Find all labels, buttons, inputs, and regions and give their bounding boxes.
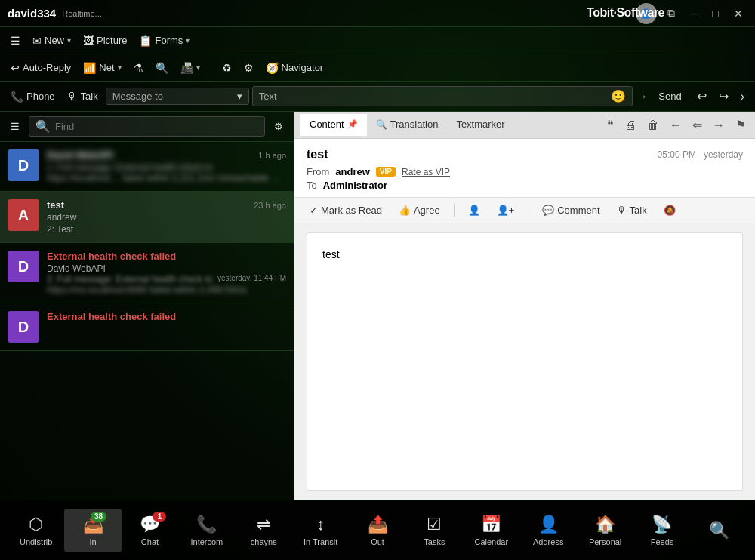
compose-text-area[interactable]: Text 🙂 bbox=[252, 86, 633, 106]
taskbar-item-intransit[interactable]: ↕ In Transit bbox=[292, 509, 349, 552]
comment-button[interactable]: 💬 Comment bbox=[536, 202, 606, 218]
search-taskbar-icon: 🔍 bbox=[709, 521, 729, 540]
message-header: External health check failed bbox=[47, 311, 286, 322]
message-content: David WebAPI 1 h ago 1: Full message: Ex… bbox=[47, 149, 286, 183]
taskbar-item-in[interactable]: 38 📥 In bbox=[64, 509, 121, 552]
reply-button[interactable]: ← bbox=[667, 117, 685, 134]
in-label: In bbox=[89, 537, 96, 546]
list-menu-button[interactable]: ☰ bbox=[6, 118, 24, 134]
delete-button[interactable]: 🗑 bbox=[644, 117, 662, 134]
avatar: D bbox=[8, 251, 39, 282]
taskbar-item-intercom[interactable]: 📞 Intercom bbox=[178, 509, 235, 552]
filter-button[interactable]: ⚗ bbox=[129, 60, 148, 76]
reply-all-button[interactable]: ⇐ bbox=[689, 116, 705, 134]
from-row: From andrew VIP Rate as VIP bbox=[307, 166, 743, 177]
avatar: D bbox=[8, 311, 39, 343]
tasks-icon: ☑ bbox=[427, 515, 442, 534]
arrow-right-icon: → bbox=[636, 90, 648, 103]
undo-icon: ↩ bbox=[697, 89, 707, 103]
taskbar-item-calendar[interactable]: 📅 Calendar bbox=[463, 509, 519, 552]
phone-button[interactable]: 📞 Phone bbox=[6, 88, 60, 105]
contact-button[interactable]: 👤 bbox=[462, 202, 486, 218]
list-item[interactable]: D External health check failed David Web… bbox=[0, 243, 294, 303]
tab-textmarker[interactable]: Textmarker bbox=[447, 114, 513, 136]
person-icon: 👤 bbox=[468, 205, 480, 216]
content-tabs: Content 📌 🔍 Translation Textmarker ❝ 🖨 🗑… bbox=[294, 112, 755, 139]
taskbar-item-personal[interactable]: 🏠 Personal bbox=[577, 509, 633, 552]
net-dropdown-arrow: ▾ bbox=[118, 63, 122, 72]
talk-button[interactable]: 🎙 Talk bbox=[63, 88, 103, 105]
restore-button[interactable]: ⧉ bbox=[663, 5, 680, 21]
navigator-button[interactable]: 🧭 Navigator bbox=[261, 60, 328, 76]
list-item[interactable]: D External health check failed bbox=[0, 303, 294, 351]
maximize-button[interactable]: □ bbox=[708, 6, 723, 21]
quote-button[interactable]: ❝ bbox=[604, 116, 617, 134]
scanner-button[interactable]: 📠 ▾ bbox=[176, 60, 205, 76]
subject-row: test 05:00 PM yesterday bbox=[307, 148, 743, 162]
taskbar-item-search[interactable]: 🔍 bbox=[691, 515, 747, 546]
agree-button[interactable]: 👍 Agree bbox=[393, 202, 446, 218]
net-label: Net bbox=[99, 62, 114, 73]
action-separator bbox=[454, 204, 455, 217]
taskbar-item-chayns[interactable]: ⇌ chayns bbox=[236, 509, 292, 552]
minimize-button[interactable]: ─ bbox=[686, 6, 702, 21]
forward-button[interactable]: → bbox=[710, 117, 728, 134]
taskbar-item-undistrib[interactable]: ⬡ Undistrib bbox=[8, 509, 64, 552]
title-bar-left: david334 Realtime... bbox=[8, 7, 102, 20]
address-label: Address bbox=[533, 537, 563, 546]
search-button[interactable]: 🔍 bbox=[151, 60, 173, 76]
add-contact-button[interactable]: 👤+ bbox=[491, 202, 521, 218]
list-item[interactable]: A test 23 h ago andrew 2: Test bbox=[0, 192, 294, 243]
more-button[interactable]: › bbox=[736, 88, 749, 106]
search-input[interactable] bbox=[55, 121, 258, 132]
search-box[interactable]: 🔍 bbox=[29, 116, 265, 137]
list-item[interactable]: D David WebAPI 1 h ago 1: Full message: … bbox=[0, 142, 294, 192]
to-label: To bbox=[307, 180, 317, 191]
redo-button[interactable]: ↪ bbox=[714, 87, 733, 106]
taskbar-item-address[interactable]: 👤 Address bbox=[520, 509, 577, 552]
address-icon: 👤 bbox=[538, 515, 559, 534]
autoreply-button[interactable]: ↩ Auto-Reply bbox=[6, 60, 76, 76]
rate-vip-link[interactable]: Rate as VIP bbox=[402, 167, 450, 177]
flag-button[interactable]: ⚑ bbox=[732, 116, 749, 134]
undo-button[interactable]: ↩ bbox=[692, 87, 711, 106]
tasks-label: Tasks bbox=[424, 537, 445, 546]
print-button[interactable]: 🖨 bbox=[621, 117, 639, 134]
picture-button[interactable]: 🖼 Picture bbox=[79, 32, 131, 49]
taskbar: ⬡ Undistrib 38 📥 In 1 💬 Chat 📞 Intercom … bbox=[0, 500, 755, 560]
taskbar-item-feeds[interactable]: 📡 Feeds bbox=[633, 509, 690, 552]
new-button[interactable]: ✉ New ▾ bbox=[28, 32, 76, 49]
message-preview2: https://localhost:... failed within 2,22… bbox=[47, 173, 286, 183]
hamburger-menu-button[interactable]: ☰ bbox=[6, 32, 25, 49]
message-time-value: 05:00 PM bbox=[658, 149, 696, 160]
recycle-button[interactable]: ♻ bbox=[217, 60, 236, 76]
list-toolbar: ☰ 🔍 ⚙ bbox=[0, 112, 294, 142]
close-button[interactable]: ✕ bbox=[729, 6, 747, 21]
filter-list-button[interactable]: ⚙ bbox=[270, 118, 288, 134]
send-button[interactable]: Send bbox=[651, 88, 689, 104]
taskbar-item-chat[interactable]: 1 💬 Chat bbox=[122, 509, 178, 552]
settings-button[interactable]: ⚙ bbox=[239, 60, 258, 76]
new-label: New bbox=[45, 35, 64, 46]
talk-action-icon: 🎙 bbox=[617, 205, 627, 216]
forms-button[interactable]: 📋 Forms ▾ bbox=[134, 32, 194, 49]
net-button[interactable]: 📶 Net ▾ bbox=[79, 60, 125, 76]
title-bar: david334 Realtime... 👤 ⧉ ─ □ ✕ Tobit·Sof… bbox=[0, 0, 755, 27]
talk-action-button[interactable]: 🎙 Talk bbox=[611, 202, 653, 218]
notify-button[interactable]: 🔕 bbox=[658, 202, 682, 218]
comment-icon: 💬 bbox=[542, 205, 554, 216]
talk-icon: 🎙 bbox=[67, 91, 78, 103]
taskbar-item-out[interactable]: 📤 Out bbox=[349, 509, 405, 552]
avatar: A bbox=[8, 199, 39, 231]
intercom-label: Intercom bbox=[190, 537, 223, 546]
person-add-icon: 👤+ bbox=[497, 205, 515, 216]
brand-label: Tobit·Software bbox=[587, 6, 664, 20]
emoji-icon[interactable]: 🙂 bbox=[611, 89, 626, 103]
tab-translation[interactable]: 🔍 Translation bbox=[367, 114, 448, 136]
taskbar-item-tasks[interactable]: ☑ Tasks bbox=[406, 509, 463, 552]
mark-read-button[interactable]: ✓ Mark as Read bbox=[304, 202, 388, 218]
message-subject: test bbox=[307, 148, 328, 162]
message-header: External health check failed bbox=[47, 251, 286, 262]
message-to-selector[interactable]: Message to ▾ bbox=[106, 88, 249, 105]
tab-content[interactable]: Content 📌 bbox=[300, 114, 367, 136]
